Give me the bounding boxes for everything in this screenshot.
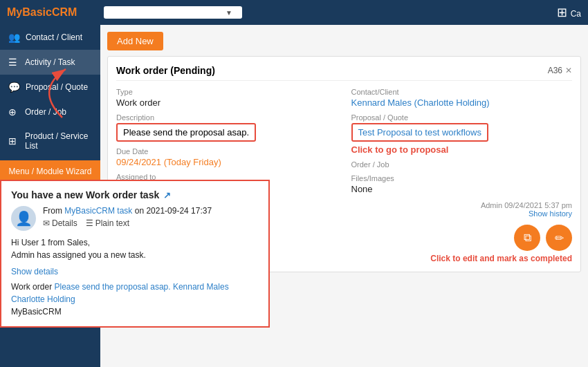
annotation-proposal: Click to go to proposal [351, 144, 573, 155]
email-panel-title: You have a new Work order task ↗ [11, 189, 259, 200]
email-meta: 👤 From MyBasicCRM task on 2021-09-24 17:… [11, 206, 259, 231]
search-input[interactable] [108, 8, 226, 17]
sidebar-item-order-job[interactable]: ⊕ Order / Job [0, 100, 100, 124]
email-from-link[interactable]: MyBasicCRM task [64, 206, 132, 216]
work-order-title: Work order (Pending) [116, 65, 215, 76]
logo-prefix: MyBasic [7, 6, 52, 18]
grid-menu-icon[interactable]: ⊞ Ca [557, 5, 581, 20]
body-line1: Hi User 1 from Sales, [11, 236, 259, 249]
email-actions: ✉ Details ☰ Plain text [43, 218, 212, 228]
files-value: None [351, 184, 394, 194]
sidebar-item-label: Activity / Task [25, 57, 75, 67]
product-icon: ⊞ [8, 135, 19, 147]
proposal-value[interactable]: Test Proposal to test workflows [358, 127, 481, 138]
copy-button[interactable]: ⧉ [514, 225, 540, 251]
footer-line2: MyBasicCRM [11, 305, 259, 318]
proposal-icon: 💬 [8, 82, 20, 93]
contact-client-icon: 👥 [8, 32, 20, 43]
description-label: Description [116, 113, 338, 122]
right-column: Contact/Client Kennard Males (Charlotte … [351, 88, 573, 194]
work-order-body: Type Work order Description Please send … [116, 88, 572, 194]
type-label: Type [116, 88, 338, 96]
show-history-link[interactable]: Show history [529, 209, 572, 218]
search-dropdown-icon[interactable]: ▼ [226, 9, 232, 17]
sidebar-item-label: Order / Job [25, 107, 66, 117]
work-order-id: A36 ✕ [548, 66, 572, 75]
close-button[interactable]: ✕ [565, 66, 572, 75]
logo-suffix: CRM [52, 6, 77, 18]
files-label: Files/Images [351, 174, 394, 182]
left-column: Type Work order Description Please send … [116, 88, 338, 194]
contact-label: Contact/Client [351, 88, 573, 96]
proposal-label: Proposal / Quote [351, 113, 573, 122]
avatar: 👤 [11, 206, 36, 231]
description-value: Please send the proposal asap. [123, 127, 249, 138]
footer-line1: Work order Please send the proposal asap… [11, 281, 259, 305]
email-panel: You have a new Work order task ↗ 👤 From … [0, 180, 270, 328]
sidebar-item-label: Proposal / Quote [26, 82, 88, 92]
files-row: Files/Images None [351, 174, 573, 194]
show-details-link[interactable]: Show details [11, 267, 259, 276]
due-date-value: 09/24/2021 (Today Friday) [116, 157, 338, 167]
proposal-box[interactable]: Test Proposal to test workflows [351, 123, 488, 142]
email-body: Hi User 1 from Sales, Admin has assigned… [11, 236, 259, 261]
body-line2: Admin has assigned you a new task. [11, 249, 259, 261]
text-icon: ☰ [86, 218, 93, 228]
sidebar-item-label: Product / Service List [25, 131, 92, 151]
sidebar-item-contact-client[interactable]: 👥 Contact / Client [0, 25, 100, 50]
order-icon: ⊕ [8, 106, 19, 117]
top-nav: MyBasicCRM ▼ ⊞ Ca [0, 0, 588, 25]
activity-task-icon: ☰ [8, 57, 19, 68]
plain-text-action[interactable]: ☰ Plain text [86, 218, 129, 228]
sidebar-item-activity-task[interactable]: ☰ Activity / Task [0, 50, 100, 75]
ca-label: Ca [571, 9, 581, 19]
due-date-label: Due Date [116, 147, 338, 156]
type-value: Work order [116, 97, 338, 108]
email-from: From MyBasicCRM task on 2021-09-24 17:37 [43, 206, 212, 216]
footer-text: Admin 09/24/2021 5:37 pm [481, 201, 572, 209]
app-logo: MyBasicCRM [7, 6, 97, 19]
sidebar-item-proposal-quote[interactable]: 💬 Proposal / Quote [0, 75, 100, 100]
contact-value[interactable]: Kennard Males (Charlotte Holding) [351, 97, 573, 108]
sidebar-item-label: Contact / Client [26, 32, 82, 42]
order-label: Order / Job [351, 160, 573, 169]
sidebar-item-product-service[interactable]: ⊞ Product / Service List [0, 124, 100, 158]
envelope-icon: ✉ [43, 218, 50, 228]
edit-icon: ✏ [555, 232, 564, 245]
description-box: Please send the proposal asap. [116, 123, 256, 142]
add-new-button[interactable]: Add New [107, 32, 163, 50]
search-bar[interactable]: ▼ [104, 6, 242, 19]
work-order-header: Work order (Pending) A36 ✕ [116, 65, 572, 81]
email-footer: Work order Please send the proposal asap… [11, 281, 259, 318]
details-action[interactable]: ✉ Details [43, 218, 77, 228]
copy-icon: ⧉ [524, 232, 531, 244]
external-link-icon[interactable]: ↗ [163, 190, 171, 200]
edit-button[interactable]: ✏ [546, 225, 572, 251]
